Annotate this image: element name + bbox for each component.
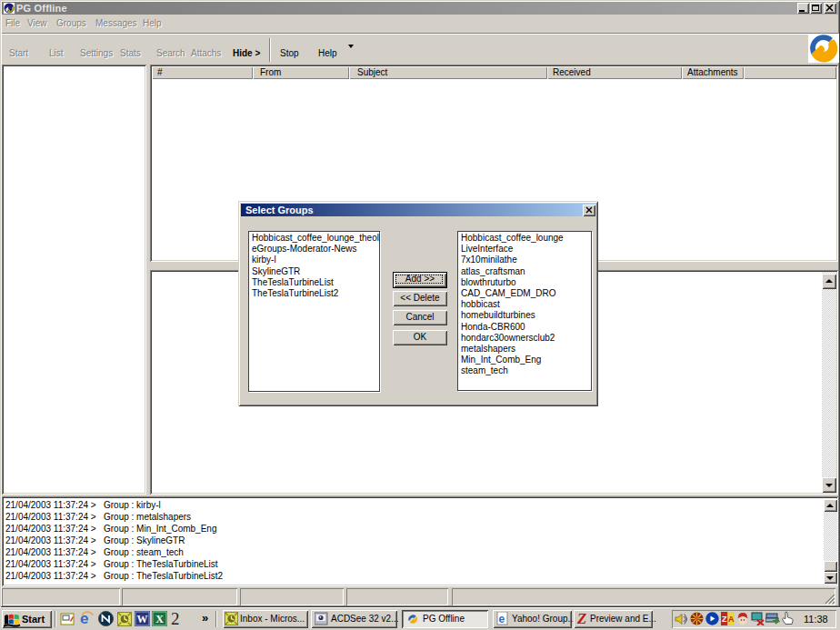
svg-text:W: W — [137, 613, 148, 625]
svg-text:A: A — [728, 615, 735, 624]
svg-text:X: X — [155, 613, 164, 625]
svg-text:Z: Z — [722, 615, 727, 624]
svg-text:e: e — [499, 613, 505, 625]
